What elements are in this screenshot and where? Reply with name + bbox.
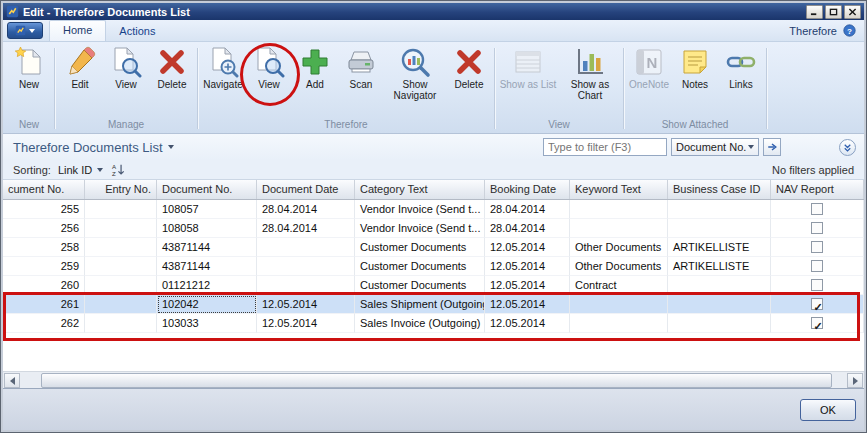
- cell-document-date[interactable]: [257, 257, 355, 276]
- cell-entry-no[interactable]: [85, 257, 157, 276]
- cell-document-date[interactable]: 28.04.2014: [257, 219, 355, 238]
- scroll-left-button[interactable]: [4, 373, 20, 388]
- table-row[interactable]: 26210303312.05.2014Sales Invoice (Outgoi…: [3, 314, 864, 333]
- cell-keyword-text[interactable]: Contract: [570, 276, 668, 295]
- ribbon-button-add[interactable]: Add: [292, 44, 338, 90]
- sorting-field-dropdown[interactable]: Link ID: [58, 164, 103, 176]
- ribbon-button-view[interactable]: View: [103, 44, 149, 90]
- cell-category-text[interactable]: Sales Shipment (Outgoing): [355, 295, 485, 314]
- cell-business-case-id[interactable]: ARTIKELLISTE: [668, 257, 771, 276]
- ribbon-button-delete[interactable]: Delete: [446, 44, 492, 90]
- ribbon-button-show-as-chart[interactable]: Show as Chart: [559, 44, 621, 101]
- nav-report-checkbox[interactable]: [811, 203, 823, 215]
- cell-document-date[interactable]: [257, 238, 355, 257]
- table-row[interactable]: 25610805828.04.2014Vendor Invoice (Send …: [3, 219, 864, 238]
- cell-category-text[interactable]: Vendor Invoice (Send t...: [355, 219, 485, 238]
- nav-report-checkbox[interactable]: [811, 317, 823, 329]
- nav-report-checkbox[interactable]: [811, 241, 823, 253]
- cell-category-text[interactable]: Customer Documents: [355, 276, 485, 295]
- cell-link-id[interactable]: 258: [3, 238, 85, 257]
- cell-entry-no[interactable]: [85, 238, 157, 257]
- cell-business-case-id[interactable]: [668, 219, 771, 238]
- nav-report-checkbox[interactable]: [811, 222, 823, 234]
- cell-keyword-text[interactable]: Other Documents: [570, 257, 668, 276]
- cell-document-date[interactable]: [257, 276, 355, 295]
- cell-document-date[interactable]: 12.05.2014: [257, 314, 355, 333]
- tab-actions[interactable]: Actions: [106, 22, 168, 41]
- ribbon-button-delete[interactable]: Delete: [149, 44, 195, 90]
- cell-link-id[interactable]: 259: [3, 257, 85, 276]
- cell-document-no[interactable]: 43871144: [157, 238, 257, 257]
- cell-keyword-text[interactable]: [570, 295, 668, 314]
- cell-keyword-text[interactable]: Other Documents: [570, 238, 668, 257]
- cell-entry-no[interactable]: [85, 219, 157, 238]
- minimize-button[interactable]: [806, 5, 823, 19]
- cell-booking-date[interactable]: 12.05.2014: [485, 238, 570, 257]
- cell-booking-date[interactable]: 12.05.2014: [485, 257, 570, 276]
- nav-report-checkbox[interactable]: [811, 279, 823, 291]
- cell-link-id[interactable]: 261: [3, 295, 85, 314]
- table-row[interactable]: 26110204212.05.2014Sales Shipment (Outgo…: [3, 295, 864, 314]
- application-menu-button[interactable]: [7, 22, 43, 39]
- ribbon-button-new[interactable]: New: [6, 44, 52, 90]
- table-row[interactable]: 25943871144Customer Documents12.05.2014O…: [3, 257, 864, 276]
- cell-document-no[interactable]: 108057: [157, 200, 257, 219]
- sort-ascending-button[interactable]: [110, 162, 125, 177]
- cell-business-case-id[interactable]: [668, 200, 771, 219]
- column-header-1[interactable]: Entry No.: [85, 180, 157, 199]
- cell-booking-date[interactable]: 28.04.2014: [485, 219, 570, 238]
- ribbon-button-edit[interactable]: Edit: [57, 44, 103, 90]
- expand-filter-pane-button[interactable]: [839, 139, 856, 156]
- nav-report-checkbox[interactable]: [811, 298, 823, 310]
- filter-column-dropdown[interactable]: Document No.: [671, 138, 759, 156]
- cell-keyword-text[interactable]: [570, 314, 668, 333]
- cell-business-case-id[interactable]: ARTIKELLISTE: [668, 238, 771, 257]
- column-header-7[interactable]: Business Case ID: [668, 180, 771, 199]
- cell-document-date[interactable]: 28.04.2014: [257, 200, 355, 219]
- cell-document-date[interactable]: 12.05.2014: [257, 295, 355, 314]
- cell-category-text[interactable]: Vendor Invoice (Send t...: [355, 200, 485, 219]
- ribbon-button-show-navigator[interactable]: Show Navigator: [384, 44, 446, 101]
- cell-document-no[interactable]: 103033: [157, 314, 257, 333]
- cell-business-case-id[interactable]: [668, 314, 771, 333]
- column-header-6[interactable]: Keyword Text: [570, 180, 668, 199]
- ribbon-button-navigate[interactable]: Navigate: [200, 44, 246, 90]
- nav-report-checkbox[interactable]: [811, 260, 823, 272]
- ribbon-button-onenote[interactable]: OneNote: [626, 44, 672, 90]
- cell-entry-no[interactable]: [85, 276, 157, 295]
- ribbon-button-scan[interactable]: Scan: [338, 44, 384, 90]
- ok-button[interactable]: OK: [800, 399, 856, 421]
- cell-category-text[interactable]: Sales Invoice (Outgoing): [355, 314, 485, 333]
- cell-document-no[interactable]: 102042: [157, 295, 257, 314]
- cell-entry-no[interactable]: [85, 200, 157, 219]
- help-icon[interactable]: [843, 24, 856, 37]
- cell-link-id[interactable]: 262: [3, 314, 85, 333]
- cell-link-id[interactable]: 256: [3, 219, 85, 238]
- table-row[interactable]: 26001121212Customer Documents12.05.2014C…: [3, 276, 864, 295]
- close-button[interactable]: [844, 5, 861, 19]
- cell-booking-date[interactable]: 12.05.2014: [485, 314, 570, 333]
- ribbon-button-view[interactable]: View: [246, 44, 292, 90]
- column-header-0[interactable]: cument No.: [3, 180, 85, 199]
- scrollbar-thumb[interactable]: [41, 373, 832, 388]
- cell-booking-date[interactable]: 12.05.2014: [485, 295, 570, 314]
- cell-link-id[interactable]: 260: [3, 276, 85, 295]
- column-header-4[interactable]: Category Text: [355, 180, 485, 199]
- ribbon-button-show-as-list[interactable]: Show as List: [497, 44, 559, 90]
- scroll-right-button[interactable]: [847, 373, 863, 388]
- cell-business-case-id[interactable]: [668, 295, 771, 314]
- titlebar[interactable]: Edit - Therefore Documents List: [3, 3, 864, 20]
- apply-filter-button[interactable]: [763, 138, 781, 156]
- cell-keyword-text[interactable]: [570, 219, 668, 238]
- maximize-button[interactable]: [825, 5, 842, 19]
- column-header-5[interactable]: Booking Date: [485, 180, 570, 199]
- horizontal-scrollbar[interactable]: [3, 371, 864, 388]
- cell-link-id[interactable]: 255: [3, 200, 85, 219]
- cell-document-no[interactable]: 108058: [157, 219, 257, 238]
- cell-booking-date[interactable]: 28.04.2014: [485, 200, 570, 219]
- cell-entry-no[interactable]: [85, 295, 157, 314]
- cell-entry-no[interactable]: [85, 314, 157, 333]
- column-header-3[interactable]: Document Date: [257, 180, 355, 199]
- cell-document-no[interactable]: 01121212: [157, 276, 257, 295]
- table-row[interactable]: 25510805728.04.2014Vendor Invoice (Send …: [3, 200, 864, 219]
